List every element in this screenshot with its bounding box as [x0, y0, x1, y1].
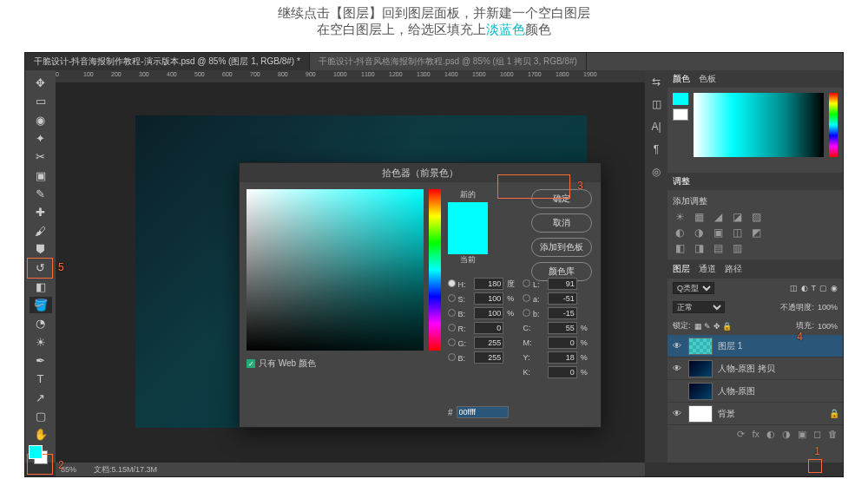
move-tool-icon[interactable]: ✥ — [30, 75, 52, 91]
instruction-line2: 在空白图层上，给选区填充上淡蓝色颜色 — [0, 22, 868, 38]
pen-tool-icon[interactable]: ✒ — [30, 352, 52, 369]
panel-bg-swatch[interactable] — [673, 108, 688, 121]
r-input[interactable] — [474, 322, 503, 334]
shape-tool-icon[interactable]: ▢ — [30, 408, 52, 424]
hand-tool-icon[interactable]: ✋ — [30, 426, 52, 443]
fx-icon[interactable]: fx — [752, 429, 760, 440]
heal-tool-icon[interactable]: ✚ — [30, 204, 52, 220]
annotation-1: 1 — [814, 445, 820, 457]
eyedropper-tool-icon[interactable]: ✎ — [30, 186, 52, 202]
color-fields: H:度 L: S:% a: B:% b: R: C:% G: M:% B: Y:… — [448, 278, 592, 378]
saturation-field[interactable] — [247, 189, 424, 351]
tab-color[interactable]: 颜色 — [673, 73, 690, 85]
status-bar: 85% 文档:5.15M/17.3M — [56, 463, 645, 476]
tab-doc2[interactable]: 干脆设计-抖音风格海报制作教程.psd @ 85% (组 1 拷贝 3, RGB… — [310, 53, 587, 70]
g-input[interactable] — [474, 337, 503, 349]
type-tool-icon[interactable]: T — [30, 371, 52, 387]
panel-fg-swatch[interactable] — [673, 93, 688, 105]
s-input[interactable] — [474, 292, 503, 305]
instruction-line1: 继续点击【图层】回到图层面板，并新建一个空白图层 — [0, 5, 868, 22]
right-panels: ⇆ ◫ A| ¶ ◎ 颜色色板 调整 添加调整 ☀▦◢◪▨ ◐◑▣◫◩ — [645, 70, 843, 463]
web-only-checkbox[interactable]: ✓只有 Web 颜色 — [247, 358, 316, 370]
y-input[interactable] — [548, 351, 577, 364]
group-icon[interactable]: ▣ — [798, 429, 806, 440]
trash-icon[interactable]: 🗑 — [828, 429, 838, 440]
document-tabs: 干脆设计-抖音海报制作教程-演示版本.psd @ 85% (图层 1, RGB/… — [25, 53, 843, 70]
b-rgb-input[interactable] — [474, 351, 503, 364]
h-input[interactable] — [474, 278, 503, 290]
lasso-tool-icon[interactable]: ◉ — [30, 112, 52, 128]
tab-paths[interactable]: 路径 — [725, 263, 742, 275]
annotation-4: 4 — [797, 331, 803, 343]
layers-footer: ⟳ fx ◐ ◑ ▣ ◻ 🗑 — [667, 425, 843, 443]
layer-row[interactable]: 人物-原图 — [667, 380, 843, 403]
color-swatch[interactable] — [29, 445, 43, 459]
mask-icon[interactable]: ◐ — [766, 429, 775, 440]
layer-row[interactable]: 👁 图层 1 — [667, 335, 843, 358]
marquee-tool-icon[interactable]: ▭ — [30, 93, 52, 109]
tab-layers[interactable]: 图层 — [673, 263, 690, 275]
stamp-tool-icon[interactable]: ⛊ — [30, 241, 52, 258]
wand-tool-icon[interactable]: ✦ — [30, 130, 52, 147]
bucket-tool-icon[interactable]: 🪣 — [30, 297, 52, 313]
tab-channels[interactable]: 通道 — [699, 263, 716, 275]
current-color-label: 当前 — [448, 254, 488, 266]
frame-tool-icon[interactable]: ▣ — [30, 167, 52, 184]
right-icon-1[interactable]: ⇆ — [652, 75, 661, 88]
photoshop-window: 干脆设计-抖音海报制作教程-演示版本.psd @ 85% (图层 1, RGB/… — [24, 52, 844, 477]
visibility-icon[interactable]: 👁 — [671, 364, 683, 373]
visibility-icon[interactable]: 👁 — [671, 409, 683, 418]
foreground-swatch[interactable] — [29, 445, 43, 459]
dodge-tool-icon[interactable]: ☀ — [30, 334, 52, 351]
tab-doc1[interactable]: 干脆设计-抖音海报制作教程-演示版本.psd @ 85% (图层 1, RGB/… — [25, 53, 310, 70]
crop-tool-icon[interactable]: ✂ — [30, 148, 52, 165]
brush-tool-icon[interactable]: 🖌 — [30, 223, 52, 240]
m-input[interactable] — [548, 337, 577, 349]
annotation-3: 3 — [577, 180, 583, 192]
link-layers-icon[interactable]: ⟳ — [737, 429, 745, 440]
blur-tool-icon[interactable]: ◔ — [30, 315, 52, 331]
annotation-box-1 — [808, 459, 822, 473]
layer-list: 👁 图层 1 👁 人物-原图 拷贝 人物-原图 👁 背景 — [667, 335, 843, 425]
l-input[interactable] — [548, 278, 577, 290]
hue-strip[interactable] — [829, 93, 838, 157]
hue-slider[interactable] — [429, 189, 441, 351]
tab-swatches[interactable]: 色板 — [699, 73, 716, 85]
annotation-2: 2 — [58, 459, 64, 471]
hex-input[interactable] — [457, 406, 509, 418]
right-icon-type[interactable]: A| — [651, 121, 661, 133]
right-icon-paragraph[interactable]: ¶ — [654, 143, 659, 155]
layer-kind-select[interactable]: Q类型 — [673, 282, 714, 294]
k-input[interactable] — [548, 366, 577, 378]
tab-adjustments[interactable]: 调整 — [673, 175, 690, 187]
current-color-swatch — [448, 228, 488, 254]
layer-row[interactable]: 👁 人物-原图 拷贝 — [667, 358, 843, 380]
b-lab-input[interactable] — [548, 307, 577, 319]
add-swatch-button[interactable]: 添加到色板 — [531, 238, 592, 257]
new-color-label: 新的 — [448, 189, 488, 200]
color-picker-dialog: 拾色器（前景色） 新的 当前 确定 取消 添加到色板 颜色库 H:度 L: S:… — [239, 162, 602, 428]
cancel-button[interactable]: 取消 — [531, 213, 592, 233]
eraser-tool-icon[interactable]: ◧ — [30, 279, 52, 295]
lock-icon: 🔒 — [829, 409, 839, 418]
blend-mode-select[interactable]: 正常 — [673, 301, 725, 313]
layer-row[interactable]: 👁 背景 🔒 — [667, 403, 843, 425]
new-color-swatch — [448, 202, 488, 228]
annotation-5: 5 — [58, 261, 64, 273]
path-tool-icon[interactable]: ↗ — [30, 390, 52, 406]
visibility-icon[interactable]: 👁 — [671, 341, 683, 351]
color-field[interactable] — [694, 93, 824, 157]
new-layer-icon[interactable]: ◻ — [813, 429, 821, 440]
annotation-box-5 — [27, 258, 53, 279]
right-icon-cc[interactable]: ◎ — [652, 166, 661, 178]
adjustment-layer-icon[interactable]: ◑ — [782, 429, 791, 440]
a-input[interactable] — [548, 292, 577, 305]
b-hsb-input[interactable] — [474, 307, 503, 319]
annotation-box-3 — [497, 174, 570, 199]
c-input[interactable] — [548, 322, 577, 334]
add-adjustment-label: 添加调整 — [673, 195, 838, 207]
doc-size: 文档:5.15M/17.3M — [94, 464, 157, 476]
right-icon-histogram[interactable]: ◫ — [652, 98, 661, 110]
